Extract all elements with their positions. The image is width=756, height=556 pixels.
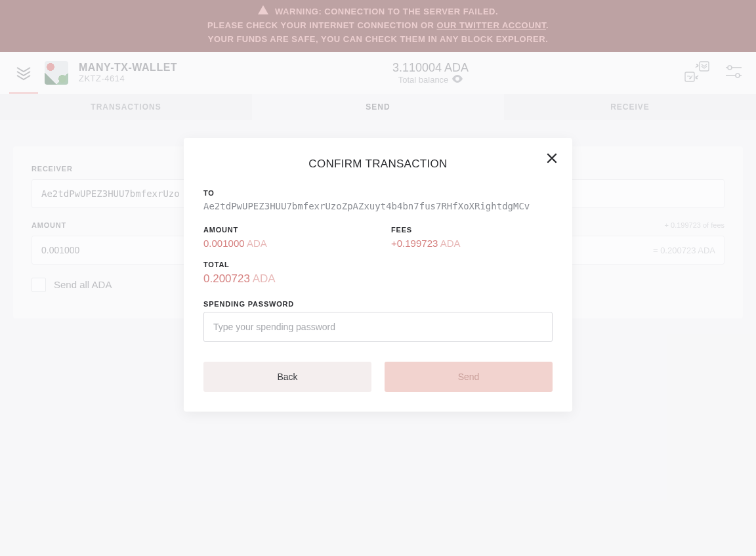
modal-fees-value: +0.199723 ADA [391, 238, 553, 249]
modal-fees-number: +0.199723 [391, 238, 438, 249]
modal-amount-number: 0.001000 [203, 238, 245, 249]
modal-fees-label: FEES [391, 226, 553, 234]
send-button[interactable]: Send [385, 362, 553, 392]
modal-fees-unit: ADA [438, 238, 460, 249]
modal-total-value: 0.200723 ADA [203, 272, 553, 286]
modal-password-label: SPENDING PASSWORD [203, 300, 553, 308]
modal-total-number: 0.200723 [203, 272, 250, 285]
modal-total-label: TOTAL [203, 261, 553, 268]
confirm-transaction-modal: CONFIRM TRANSACTION TO Ae2tdPwUPEZ3HUU7b… [184, 138, 572, 412]
modal-amount-label: AMOUNT [203, 226, 365, 234]
modal-amount-unit: ADA [245, 238, 267, 249]
close-icon[interactable] [546, 152, 558, 167]
modal-total-unit: ADA [250, 272, 276, 285]
modal-to-value: Ae2tdPwUPEZ3HUU7bmfexrUzoZpAZxuyt4b4bn7f… [203, 201, 553, 211]
modal-overlay: CONFIRM TRANSACTION TO Ae2tdPwUPEZ3HUU7b… [0, 0, 756, 556]
modal-to-label: TO [203, 189, 553, 197]
spending-password-input[interactable] [203, 312, 553, 342]
modal-amount-value: 0.001000 ADA [203, 238, 365, 249]
back-button[interactable]: Back [203, 362, 371, 392]
modal-title: CONFIRM TRANSACTION [203, 158, 553, 171]
